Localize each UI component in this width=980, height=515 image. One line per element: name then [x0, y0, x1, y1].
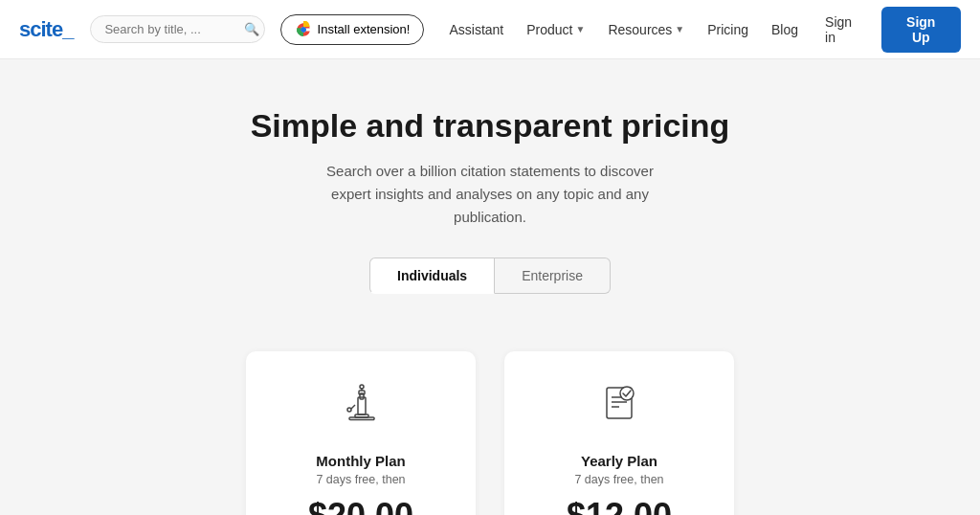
yearly-plan-card: Yearly Plan 7 days free, then $12.00: [504, 351, 734, 515]
chrome-icon: [295, 21, 312, 38]
hero-subtitle: Search over a billion citation statement…: [308, 160, 672, 229]
yearly-plan-price: $12.00: [567, 496, 672, 515]
product-chevron-icon: ▼: [576, 24, 586, 34]
nav-product[interactable]: Product ▼: [517, 16, 594, 43]
monthly-plan-name: Monthly Plan: [316, 453, 405, 469]
monthly-plan-price: $20.00: [308, 496, 413, 515]
svg-line-8: [351, 405, 355, 409]
resources-chevron-icon: ▼: [675, 24, 684, 34]
signup-button[interactable]: Sign Up: [881, 7, 962, 53]
tab-individuals[interactable]: Individuals: [369, 258, 495, 294]
tab-enterprise[interactable]: Enterprise: [495, 258, 611, 294]
svg-rect-5: [359, 391, 365, 394]
hero-section: Simple and transparent pricing Search ov…: [0, 59, 980, 323]
pricing-section: Monthly Plan 7 days free, then $20.00 Ye…: [0, 323, 980, 515]
yearly-plan-trial: 7 days free, then: [574, 473, 663, 486]
navbar: scite_ 🔍 Install extension! Assistant Pr…: [0, 0, 980, 59]
monthly-plan-card: Monthly Plan 7 days free, then $20.00: [246, 351, 476, 515]
svg-point-14: [620, 387, 634, 400]
signin-link[interactable]: Sign in: [815, 9, 871, 51]
nav-links: Assistant Product ▼ Resources ▼ Pricing …: [439, 16, 808, 43]
document-check-icon: [594, 380, 644, 439]
svg-point-9: [347, 408, 351, 412]
logo[interactable]: scite_: [19, 17, 73, 42]
hero-title: Simple and transparent pricing: [19, 107, 961, 145]
yearly-plan-name: Yearly Plan: [581, 453, 657, 469]
nav-blog[interactable]: Blog: [762, 16, 808, 43]
nav-pricing[interactable]: Pricing: [698, 16, 758, 43]
svg-point-7: [360, 385, 364, 389]
search-icon: 🔍: [244, 22, 259, 36]
monthly-plan-trial: 7 days free, then: [316, 473, 405, 486]
nav-assistant[interactable]: Assistant: [439, 16, 513, 43]
search-box[interactable]: 🔍: [90, 15, 264, 43]
install-extension-button[interactable]: Install extension!: [280, 14, 425, 45]
install-button-label: Install extension!: [318, 22, 411, 36]
microscope-icon: [336, 380, 386, 439]
search-input[interactable]: [104, 22, 238, 36]
nav-auth: Sign in Sign Up: [815, 7, 961, 53]
svg-rect-2: [349, 417, 374, 420]
pricing-tabs: Individuals Enterprise: [19, 258, 961, 294]
nav-resources[interactable]: Resources ▼: [598, 16, 694, 43]
